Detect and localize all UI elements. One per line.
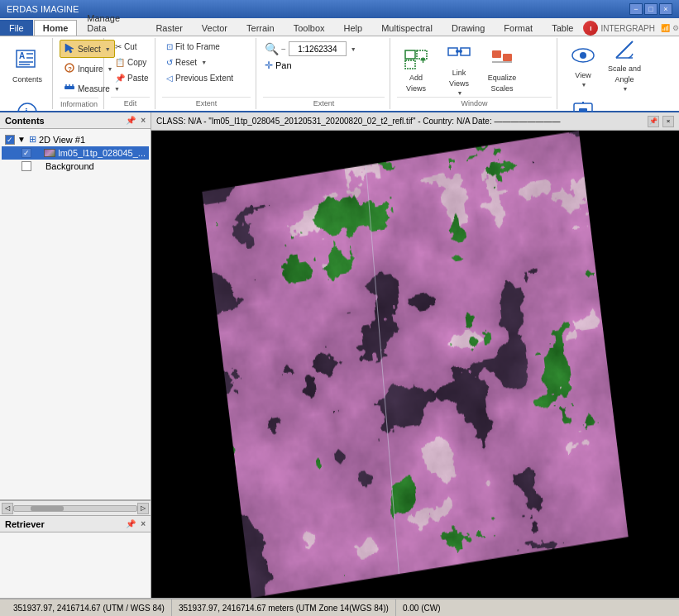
add-views-label: Add	[409, 74, 423, 82]
equalize-scales-button[interactable]: Equalize Scales	[483, 44, 521, 93]
scale-angle-button[interactable]: Scale and Angle ▼	[605, 40, 643, 89]
retriever-pin-icon[interactable]: 📌	[126, 519, 136, 528]
tab-drawing[interactable]: Drawing	[442, 20, 494, 36]
contents-panel-title: Contents	[5, 116, 45, 126]
equalize-scales-icon	[489, 45, 515, 71]
tab-vector[interactable]: Vector	[193, 20, 237, 36]
tab-format[interactable]: Format	[495, 20, 542, 36]
tree-layer-label: lm05_l1tp_028045_...	[58, 148, 146, 158]
scale-angle-dropdown[interactable]: ▼	[623, 86, 629, 92]
tab-multispectral[interactable]: Multispectral	[372, 20, 442, 36]
link-views-dropdown[interactable]: ▼	[457, 90, 463, 96]
tree-item-layer[interactable]: ✓ lm05_l1tp_028045_...	[2, 146, 149, 160]
close-panel-icon[interactable]: ×	[141, 116, 146, 125]
copy-button[interactable]: 📋 Copy	[111, 55, 151, 69]
previous-extent-icon: ◁	[166, 74, 173, 83]
paste-label: Paste	[127, 74, 149, 83]
group-window: 🔍 − ▼ ✛ Pan Extent	[258, 38, 390, 109]
view-dropdown[interactable]: ▼	[581, 82, 587, 88]
link-views-button[interactable]: Link Views ▼	[440, 44, 478, 93]
intergraph-label: INTERGRAPH	[600, 24, 655, 33]
layer-color-box	[44, 149, 55, 157]
group-contents: A Contents i Metadata	[3, 38, 53, 109]
retriever-panel: Retriever 📌 ×	[0, 515, 151, 598]
tree-item-background[interactable]: Background	[2, 160, 149, 173]
minimize-button[interactable]: −	[629, 3, 643, 15]
reset-dropdown-icon[interactable]: ▼	[201, 60, 207, 65]
scale-angle-icon	[611, 37, 638, 62]
previous-extent-label: Previous Extent	[175, 74, 233, 83]
paste-icon: 📌	[115, 74, 125, 83]
contents-panel-header: Contents 📌 ×	[0, 112, 151, 129]
svg-rect-11	[65, 86, 74, 89]
link-views-icon	[446, 41, 472, 66]
tab-help[interactable]: Help	[335, 20, 372, 36]
view-close-button[interactable]: ×	[662, 116, 674, 127]
content-area: Contents 📌 × ✓ ▼ ⊞ 2D View #1 ✓	[0, 112, 679, 598]
fit-to-frame-button[interactable]: ⊡ Fit to Frame	[162, 40, 224, 54]
tab-toolbox[interactable]: Toolbox	[285, 20, 334, 36]
status-angle: 0.00 (CW)	[396, 599, 447, 616]
horizontal-scrollbar: ◁ ▷	[0, 500, 151, 515]
pin-icon[interactable]: 📌	[126, 116, 136, 125]
tab-file[interactable]: File	[0, 20, 33, 36]
view-icon-label: ⊞	[29, 134, 36, 145]
scroll-left-button[interactable]: ◁	[2, 503, 13, 514]
satellite-canvas	[151, 131, 679, 598]
left-panel: Contents 📌 × ✓ ▼ ⊞ 2D View #1 ✓	[0, 112, 151, 598]
svg-point-22	[456, 50, 459, 53]
scroll-track[interactable]	[13, 505, 137, 512]
inquire-label: Inquire	[78, 64, 103, 74]
view-title-bar: CLASS: N/A - "lm05_l1tp_028045_20120531_…	[151, 112, 679, 131]
retriever-close-icon[interactable]: ×	[141, 519, 146, 528]
view-title-text: CLASS: N/A - "lm05_l1tp_028045_20120531_…	[156, 117, 648, 126]
scroll-thumb[interactable]	[31, 506, 64, 511]
expand-icon[interactable]: ▼	[17, 135, 27, 144]
reset-button[interactable]: ↺ Reset ▼	[162, 55, 211, 69]
view-pin-button[interactable]: 📌	[648, 116, 659, 127]
scroll-right-button[interactable]: ▷	[137, 503, 149, 514]
equalize-scales-label: Equalize	[488, 74, 517, 82]
svg-text:+: +	[420, 55, 426, 66]
view-button[interactable]: View ▼	[564, 40, 602, 89]
fit-to-frame-icon: ⊡	[166, 42, 173, 51]
add-views-icon: +	[403, 45, 429, 71]
fit-to-frame-label: Fit to Frame	[175, 42, 220, 51]
svg-text:?: ?	[68, 65, 72, 73]
zoom-input[interactable]	[289, 41, 347, 56]
layer-checkbox[interactable]: ✓	[22, 148, 31, 158]
add-views-label2: Views	[406, 84, 426, 93]
paste-button[interactable]: 📌 Paste	[111, 71, 153, 85]
zoom-out-icon[interactable]: 🔍	[265, 42, 279, 55]
tab-home[interactable]: Home	[34, 20, 78, 36]
angle-text: 0.00 (CW)	[403, 604, 441, 613]
previous-extent-button[interactable]: ◁ Previous Extent	[162, 71, 237, 85]
view-checkbox[interactable]: ✓	[5, 135, 15, 145]
contents-button[interactable]: A Contents	[8, 40, 46, 89]
tab-table[interactable]: Table	[543, 20, 582, 36]
tab-raster[interactable]: Raster	[146, 20, 191, 36]
scale-angle-label2: Angle	[614, 75, 634, 84]
copy-icon: 📋	[115, 58, 125, 67]
view-controls: 📌 ×	[648, 116, 674, 127]
svg-rect-25	[503, 54, 512, 61]
add-views-button[interactable]: + Add Views	[397, 44, 435, 93]
view-label: View	[575, 71, 591, 79]
tab-terrain[interactable]: Terrain	[237, 20, 284, 36]
group-views: + Add Views Link Views	[392, 38, 557, 109]
tab-manage-data[interactable]: Manage Data	[78, 10, 146, 36]
tree-2d-view-label: 2D View #1	[39, 135, 85, 145]
status-bar: 351937.97, 2416714.67 (UTM / WGS 84) 351…	[0, 598, 679, 616]
status-coords1: 351937.97, 2416714.67 (UTM / WGS 84)	[7, 599, 172, 616]
maximize-button[interactable]: □	[644, 3, 657, 15]
pan-row: ✛ Pan	[263, 60, 292, 71]
cut-button[interactable]: ✂ Cut	[111, 40, 141, 54]
zoom-dropdown-icon[interactable]: ▼	[351, 46, 356, 52]
tree-item-2d-view[interactable]: ✓ ▼ ⊞ 2D View #1	[2, 132, 149, 146]
contents-tree: ✓ ▼ ⊞ 2D View #1 ✓ lm05_l1tp_028045_... …	[0, 129, 151, 176]
group-views-content: + Add Views Link Views	[397, 40, 552, 97]
close-button[interactable]: ×	[659, 3, 672, 15]
bg-checkbox[interactable]	[22, 161, 31, 171]
window-controls: − □ ×	[629, 3, 672, 15]
main-view: CLASS: N/A - "lm05_l1tp_028045_20120531_…	[151, 112, 679, 598]
